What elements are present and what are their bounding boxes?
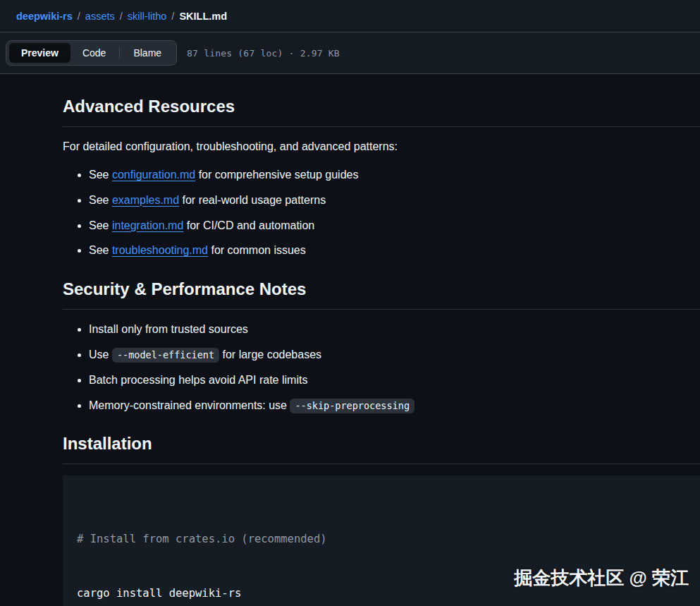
- list-item: See integration.md for CI/CD and automat…: [89, 217, 700, 235]
- breadcrumb-separator: /: [78, 11, 80, 22]
- list-item: See configuration.md for comprehensive s…: [89, 166, 700, 184]
- breadcrumb-repo-link[interactable]: deepwiki-rs: [16, 11, 73, 22]
- list-item-text: for comprehensive setup guides: [195, 169, 358, 181]
- breadcrumb: deepwiki-rs / assets / skill-litho / SKI…: [0, 0, 700, 32]
- link-configuration-md[interactable]: configuration.md: [112, 169, 195, 181]
- list-item: Memory-constrained environments: use --s…: [89, 397, 700, 415]
- file-toolbar: Preview Code Blame 87 lines (67 loc) · 2…: [0, 32, 700, 74]
- code-line-command: cargo install deepwiki-rs: [77, 585, 686, 603]
- breadcrumb-dir-skill-litho-link[interactable]: skill-litho: [128, 11, 167, 22]
- list-item-text: See: [89, 194, 112, 206]
- breadcrumb-current-file: SKILL.md: [179, 11, 227, 22]
- tab-code[interactable]: Code: [70, 43, 118, 63]
- list-item: Batch processing helps avoid API rate li…: [89, 372, 700, 389]
- code-line-comment: # Install from crates.io (recommended): [77, 531, 686, 549]
- list-item: Install only from trusted sources: [89, 321, 700, 339]
- list-item: Use --model-efficient for large codebase…: [89, 346, 700, 364]
- section-heading-security-performance: Security & Performance Notes: [63, 279, 700, 310]
- installation-code-block: # Install from crates.io (recommended) c…: [63, 475, 700, 606]
- section-heading-installation: Installation: [63, 433, 700, 464]
- breadcrumb-separator: /: [120, 11, 123, 22]
- security-list: Install only from trusted sources Use --…: [63, 321, 700, 414]
- link-integration-md[interactable]: integration.md: [112, 219, 183, 231]
- section-heading-advanced-resources: Advanced Resources: [63, 96, 700, 127]
- list-item-text: for common issues: [208, 244, 306, 256]
- list-item-text: for large codebases: [219, 349, 321, 360]
- resources-intro-paragraph: For detailed configuration, troubleshoot…: [63, 138, 700, 155]
- list-item: See examples.md for real-world usage pat…: [89, 192, 700, 210]
- breadcrumb-separator: /: [171, 11, 174, 22]
- tab-divider: [119, 47, 120, 59]
- list-item: See troubleshooting.md for common issues: [89, 242, 700, 260]
- file-meta-info: 87 lines (67 loc) · 2.97 KB: [187, 48, 340, 59]
- markdown-preview: Advanced Resources For detailed configur…: [0, 74, 700, 606]
- breadcrumb-dir-assets-link[interactable]: assets: [85, 11, 115, 22]
- list-item-text: Use: [89, 349, 112, 360]
- list-item-text: for CI/CD and automation: [183, 219, 314, 231]
- tab-preview[interactable]: Preview: [9, 43, 70, 63]
- list-item-text: Memory-constrained environments: use: [89, 399, 290, 411]
- link-troubleshooting-md[interactable]: troubleshooting.md: [112, 244, 208, 256]
- inline-code-skip-preprocessing: --skip-preprocessing: [290, 399, 415, 413]
- list-item-text: Batch processing helps avoid API rate li…: [89, 374, 307, 386]
- list-item-text: Install only from trusted sources: [89, 323, 248, 335]
- inline-code-model-efficient: --model-efficient: [112, 348, 219, 363]
- list-item-text: See: [89, 219, 112, 231]
- link-examples-md[interactable]: examples.md: [112, 194, 179, 206]
- resources-list: See configuration.md for comprehensive s…: [63, 166, 700, 260]
- list-item-text: See: [89, 244, 112, 256]
- view-mode-segmented-control: Preview Code Blame: [6, 40, 177, 66]
- tab-blame[interactable]: Blame: [121, 43, 173, 63]
- list-item-text: for real-world usage patterns: [179, 194, 326, 206]
- list-item-text: See: [89, 169, 112, 181]
